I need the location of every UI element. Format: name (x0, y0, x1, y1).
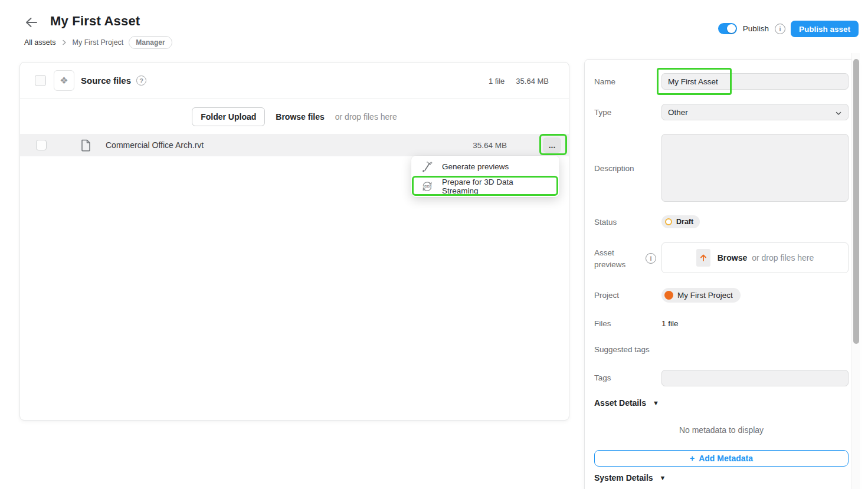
folder-upload-button[interactable]: Folder Upload (192, 107, 265, 126)
status-value: Draft (676, 218, 693, 226)
3dds-icon: 3DDS (421, 180, 434, 193)
status-badge: Draft (661, 215, 700, 228)
menu-item-generate-previews[interactable]: Generate previews (411, 157, 559, 176)
scrollbar-thumb[interactable] (853, 59, 859, 344)
add-metadata-button[interactable]: + Add Metadata (594, 450, 849, 467)
tags-label: Tags (594, 373, 611, 382)
publish-toggle-label: Publish (743, 24, 769, 33)
source-files-panel: ❖ Source files ? 1 file 35.64 MB Folder … (19, 62, 569, 421)
files-value: 1 file (661, 319, 679, 328)
draft-status-icon (665, 218, 672, 225)
status-label: Status (594, 218, 617, 227)
project-chip: My First Project (661, 288, 741, 303)
asset-manager-page: My First Asset All assets My First Proje… (0, 0, 868, 489)
source-files-icon-button[interactable]: ❖ (54, 70, 74, 91)
tags-input[interactable] (661, 370, 849, 386)
menu-item-label: Generate previews (442, 162, 509, 171)
diamonds-icon: ❖ (60, 76, 68, 86)
metadata-empty-text: No metadata to display (585, 425, 858, 435)
page-title: My First Asset (50, 14, 140, 29)
asset-details-section-header[interactable]: Asset Details ▼ (594, 398, 659, 408)
source-files-title: Source files (81, 76, 131, 86)
publish-controls: Publish i (718, 23, 785, 34)
browse-files-link[interactable]: Browse files (276, 112, 324, 122)
source-files-header: ❖ Source files ? 1 file 35.64 MB (20, 63, 569, 99)
file-icon (81, 139, 91, 152)
role-badge: Manager (129, 36, 172, 49)
file-count: 1 file (489, 77, 505, 86)
chevron-down-icon (835, 110, 842, 119)
files-stats: 1 file 35.64 MB (489, 63, 549, 99)
info-icon[interactable]: i (775, 24, 785, 34)
breadcrumb: All assets My First Project Manager (24, 36, 172, 49)
chevron-right-icon (61, 39, 67, 46)
file-size: 35.64 MB (473, 141, 507, 150)
back-button[interactable] (24, 15, 39, 29)
total-size: 35.64 MB (516, 77, 549, 86)
upload-file-icon (696, 249, 710, 267)
system-details-section-label: System Details (594, 473, 653, 483)
breadcrumb-all-assets[interactable]: All assets (24, 38, 56, 47)
publish-toggle[interactable] (718, 23, 737, 34)
scrollbar-track[interactable] (851, 53, 860, 489)
svg-text:3DDS: 3DDS (423, 185, 432, 188)
select-all-checkbox[interactable] (35, 75, 46, 86)
file-name: Commercial Office Arch.rvt (106, 140, 204, 150)
triangle-down-icon: ▼ (653, 399, 659, 406)
wand-icon (421, 161, 434, 173)
publish-asset-button[interactable]: Publish asset (791, 21, 859, 37)
drop-files-hint: or drop files here (335, 112, 397, 122)
breadcrumb-project[interactable]: My First Project (73, 38, 124, 47)
file-row[interactable]: Commercial Office Arch.rvt 35.64 MB ... (20, 134, 569, 156)
files-label: Files (594, 319, 611, 328)
type-select[interactable]: Other (661, 104, 849, 120)
project-value: My First Project (677, 291, 733, 300)
previews-drop-hint: or drop files here (752, 253, 814, 262)
suggested-tags-label: Suggested tags (594, 345, 650, 354)
asset-previews-label: Asset previews (594, 247, 644, 271)
menu-item-prepare-3d-streaming[interactable]: 3DDS Prepare for 3D Data Streaming (411, 176, 559, 196)
asset-name-input[interactable] (661, 73, 849, 90)
file-context-menu: Generate previews 3DDS Prepare for 3D Da… (411, 156, 559, 197)
description-textarea[interactable] (661, 134, 849, 202)
system-details-section-header[interactable]: System Details ▼ (594, 473, 666, 483)
project-color-dot (664, 291, 673, 300)
upload-band: Folder Upload Browse files or drop files… (20, 99, 569, 134)
arrow-left-icon (24, 15, 39, 29)
triangle-down-icon: ▼ (660, 474, 666, 481)
type-label: Type (594, 108, 611, 117)
file-checkbox[interactable] (36, 140, 47, 150)
plus-icon: + (690, 454, 695, 463)
asset-previews-dropzone[interactable]: Browse or drop files here (661, 242, 849, 273)
asset-details-panel: Name Type Other Description Status Draft… (584, 59, 859, 489)
name-label: Name (594, 77, 615, 86)
previews-info-icon[interactable]: i (646, 253, 656, 264)
add-metadata-label: Add Metadata (699, 454, 753, 463)
description-label: Description (594, 164, 634, 173)
toggle-knob (727, 24, 736, 33)
type-value: Other (668, 108, 688, 117)
asset-details-section-label: Asset Details (594, 398, 646, 408)
file-more-button[interactable]: ... (543, 137, 561, 153)
project-label: Project (594, 291, 619, 300)
menu-item-label: Prepare for 3D Data Streaming (442, 178, 550, 195)
help-icon[interactable]: ? (136, 76, 146, 86)
previews-browse-link[interactable]: Browse (718, 253, 748, 262)
